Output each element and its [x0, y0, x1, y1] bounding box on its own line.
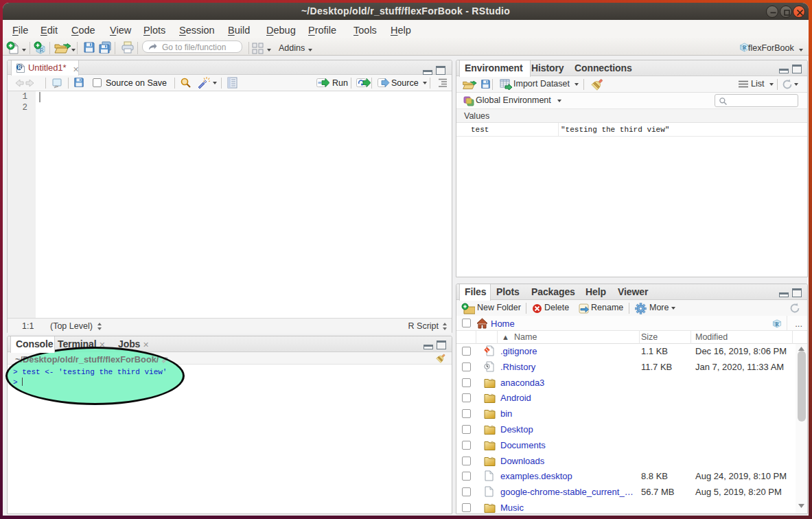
svg-text:R: R	[776, 322, 780, 327]
svg-text:R: R	[743, 45, 747, 51]
svg-text:R: R	[18, 65, 22, 71]
